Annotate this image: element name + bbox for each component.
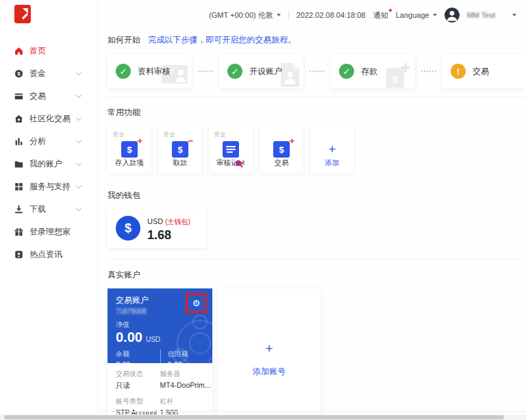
- sidebar-item-services-support[interactable]: 服务与支持: [0, 175, 97, 198]
- onboarding-title: 如何开始: [108, 35, 140, 45]
- user-menu[interactable]: MM Test: [467, 11, 495, 19]
- notifications-label: 通知: [373, 10, 388, 21]
- card-label: 添加: [325, 158, 340, 168]
- onboarding-section: 如何开始 完成以下步骤，即可开启您的交易旅程。 ✓ 资料审核 ✓ 开设账户: [108, 34, 526, 88]
- analysis-icon: [14, 137, 23, 147]
- brand-logo[interactable]: [14, 5, 31, 23]
- caret-down-icon[interactable]: [512, 14, 516, 16]
- quick-card-deposit[interactable]: 资金 $+ 存入款项: [108, 127, 151, 173]
- scrollbar-thumb[interactable]: [4, 415, 504, 419]
- trade-status-label: 交易状态: [116, 369, 160, 379]
- add-account-card[interactable]: + 添加账号: [218, 288, 321, 420]
- datetime-label: 2022.02.08 04:18:08: [297, 11, 366, 19]
- sidebar-item-trade[interactable]: 交易: [0, 85, 97, 108]
- wallet-currency: USD: [147, 217, 163, 225]
- card-label: 存入款项: [115, 158, 144, 168]
- plus-icon: +: [265, 341, 273, 356]
- topbar: (GMT +00:00) 伦敦 2022.02.08 04:18:08 通知 L…: [98, 0, 526, 30]
- svg-text:$: $: [392, 73, 399, 85]
- balance-value: 0.00: [116, 360, 160, 363]
- notifications-button[interactable]: 通知: [373, 10, 388, 21]
- accounts-row: 交易账户 71879008 ⚙ 净值 0.00 USD: [108, 288, 526, 420]
- language-label: Language: [396, 11, 429, 19]
- wallet-title: 我的钱包: [108, 190, 526, 201]
- wallet-section: 我的钱包 $ USD(主钱包) 1.68: [108, 190, 526, 248]
- chevron-down-icon: [76, 70, 82, 75]
- gear-icon[interactable]: ⚙: [192, 299, 201, 308]
- sidebar-item-label: 分析: [29, 136, 46, 147]
- step-profile-review[interactable]: ✓ 资料审核: [108, 54, 192, 88]
- caret-down-icon: [433, 14, 437, 16]
- quick-card-add[interactable]: + 添加: [310, 127, 354, 173]
- svg-text:$: $: [17, 71, 20, 77]
- user-icon: [444, 8, 460, 23]
- timezone-selector[interactable]: (GMT +00:00) 伦敦: [209, 10, 281, 21]
- notification-dot: [389, 9, 392, 12]
- wallet-amount: 1.68: [147, 228, 190, 243]
- dollar-plus-icon: $: [386, 63, 411, 88]
- sidebar-item-analysis[interactable]: 分析: [0, 130, 97, 153]
- sidebar-menu: 首页 $ 资金 交易 社区化交易: [0, 40, 97, 266]
- credit-label: 信用额: [168, 349, 205, 359]
- net-value-currency: USD: [146, 336, 160, 343]
- step-deposit[interactable]: ✓ 存款 $: [331, 54, 415, 88]
- account-card-header: 交易账户 71879008 ⚙ 净值 0.00 USD: [108, 288, 212, 363]
- plus-icon: +: [324, 141, 340, 158]
- username-label: MM Test: [467, 11, 495, 19]
- balance-label: 余额: [116, 349, 160, 359]
- step-label: 资料审核: [138, 66, 171, 77]
- sidebar-item-hot-news[interactable]: 热点资讯: [0, 243, 97, 266]
- check-circle-icon: ✓: [339, 64, 354, 79]
- step-label: 存款: [361, 66, 377, 77]
- sidebar-item-label: 首页: [29, 45, 46, 57]
- quick-actions-section: 常用功能 资金 $+ 存入款项 资金 $− 取款 资金: [108, 97, 526, 173]
- language-selector[interactable]: Language: [396, 11, 437, 19]
- step-trade[interactable]: ! 交易: [442, 54, 526, 88]
- community-trade-icon: [14, 114, 23, 124]
- horizontal-scrollbar[interactable]: [0, 415, 526, 420]
- check-circle-icon: ✓: [116, 64, 131, 79]
- quick-card-withdraw[interactable]: 资金 $− 取款: [158, 127, 202, 173]
- card-label: 取款: [173, 158, 188, 168]
- caret-down-icon: [277, 14, 281, 16]
- sidebar-item-label: 登录理想家: [29, 226, 71, 238]
- step-connector-dots: [421, 71, 436, 72]
- funds-icon: $: [14, 69, 23, 79]
- quick-actions-row: 资金 $+ 存入款项 资金 $− 取款 资金: [108, 127, 526, 173]
- credit-value: 0.00: [168, 360, 205, 363]
- real-accounts-section: 真实账户 交易账户 71879008 ⚙ 净值: [108, 259, 526, 420]
- server-value: MT4-DooPrim...: [160, 381, 205, 389]
- onboarding-subtitle[interactable]: 完成以下步骤，即可开启您的交易旅程。: [148, 35, 296, 45]
- real-accounts-title: 真实账户: [108, 269, 526, 281]
- sidebar-item-home[interactable]: 首页: [0, 40, 97, 62]
- timezone-label: (GMT +00:00) 伦敦: [209, 10, 273, 21]
- leverage-label: 杠杆: [160, 397, 205, 406]
- magnifier-icon: [235, 160, 243, 161]
- card-label: 交易: [275, 158, 289, 168]
- dollar-plus-icon: $+: [121, 141, 138, 158]
- dollar-circle-icon: $: [116, 216, 140, 240]
- content: 如何开始 完成以下步骤，即可开启您的交易旅程。 ✓ 资料审核 ✓ 开设账户: [98, 34, 526, 420]
- wallet-card[interactable]: $ USD(主钱包) 1.68: [108, 208, 207, 248]
- alert-circle-icon: !: [451, 64, 466, 79]
- step-connector-dots: [198, 71, 213, 72]
- dollar-minus-icon: $−: [172, 141, 188, 158]
- avatar[interactable]: [444, 8, 460, 23]
- services-support-icon: [14, 182, 23, 192]
- sidebar-item-funds[interactable]: $ 资金: [0, 62, 97, 85]
- account-type-label: 账号类型: [116, 397, 160, 406]
- wallet-main-tag: (主钱包): [165, 218, 190, 225]
- sidebar-item-download[interactable]: 下载: [0, 198, 97, 221]
- step-label: 交易: [473, 66, 489, 77]
- sidebar-item-community-trade[interactable]: 社区化交易: [0, 108, 97, 130]
- trade-status-value: 只读: [116, 381, 160, 391]
- quick-card-trade[interactable]: $+ 交易: [260, 127, 303, 173]
- net-value: 0.00: [116, 330, 142, 345]
- sidebar-item-my-account[interactable]: 我的账户: [0, 153, 97, 175]
- step-open-account[interactable]: ✓ 开设账户: [219, 54, 303, 88]
- sidebar-item-login-idealhome[interactable]: 登录理想家: [0, 221, 97, 243]
- card-category-label: 资金: [112, 130, 125, 139]
- quick-card-review-records[interactable]: 资金 审核记录: [209, 127, 253, 173]
- sidebar-item-label: 服务与支持: [29, 181, 71, 193]
- home-icon: [14, 47, 23, 56]
